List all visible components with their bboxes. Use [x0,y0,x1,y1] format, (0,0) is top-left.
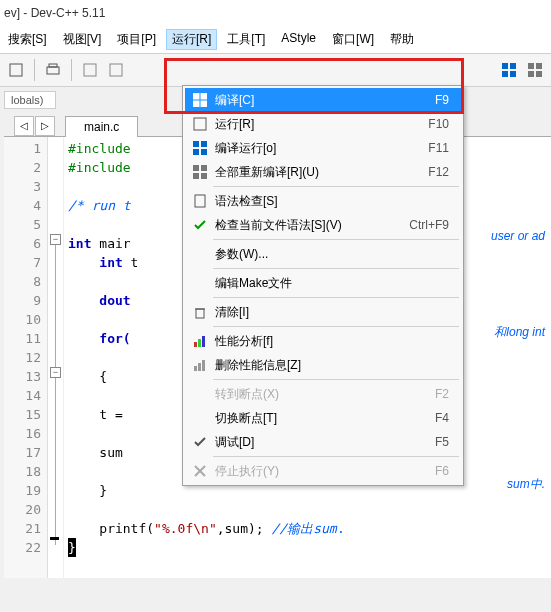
svg-rect-3 [84,64,96,76]
svg-rect-4 [110,64,122,76]
blank-icon [189,408,211,428]
menu-shortcut: F10 [428,117,457,131]
menu-label: 性能分析[f] [211,333,449,350]
svg-rect-29 [194,342,197,347]
svg-rect-27 [196,309,204,318]
toolbar-grid-button[interactable] [523,58,547,82]
menu-item: 转到断点(X)F2 [185,382,461,406]
svg-rect-8 [510,71,516,77]
svg-rect-23 [201,165,207,171]
toolbar-button[interactable] [78,58,102,82]
svg-rect-1 [47,67,59,74]
svg-rect-0 [10,64,22,76]
svg-rect-19 [201,141,207,147]
menu-label: 语法检查[S] [211,193,449,210]
fold-marker[interactable]: − [50,234,61,245]
menu-label: 停止执行(Y) [211,463,435,480]
svg-rect-22 [193,165,199,171]
blank-icon [189,244,211,264]
barx-icon [189,355,211,375]
menu-item[interactable]: 编译[C]F9 [185,88,461,112]
svg-rect-15 [193,101,199,107]
menu-item[interactable]: 调试[D]F5 [185,430,461,454]
bar-icon [189,331,211,351]
menu-item[interactable]: AStyle [275,29,322,50]
menu-label: 参数(W)... [211,246,449,263]
fold-marker[interactable]: − [50,367,61,378]
menubar: 搜索[S]视图[V]项目[P]运行[R]工具[T]AStyle窗口[W]帮助 [0,26,551,53]
print-button[interactable] [41,58,65,82]
menu-shortcut: F12 [428,165,457,179]
x-icon [189,461,211,481]
svg-rect-26 [195,195,205,207]
menu-item[interactable]: 编辑Make文件 [185,271,461,295]
nav-next-button[interactable]: ▷ [35,116,55,136]
window-title: ev] - Dev-C++ 5.11 [0,0,551,26]
menu-item[interactable]: 帮助 [384,29,420,50]
menu-label: 全部重新编译[R](U) [211,164,428,181]
svg-rect-11 [528,71,534,77]
toolbar-button[interactable] [104,58,128,82]
svg-rect-32 [194,366,197,371]
svg-rect-33 [198,363,201,371]
menu-item[interactable]: 运行[R]F10 [185,112,461,136]
menu-item[interactable]: 全部重新编译[R](U)F12 [185,160,461,184]
grid2-icon [189,138,211,158]
menu-label: 清除[I] [211,304,449,321]
menu-item[interactable]: 性能分析[f] [185,329,461,353]
menu-item[interactable]: 检查当前文件语法[S](V)Ctrl+F9 [185,213,461,237]
menu-item[interactable]: 窗口[W] [326,29,380,50]
menu-shortcut: F2 [435,387,457,401]
line-gutter: 12345678910111213141516171819202122 [4,137,48,578]
nav-prev-button[interactable]: ◁ [14,116,34,136]
menu-separator [213,326,459,327]
menu-item[interactable]: 搜索[S] [2,29,53,50]
menu-shortcut: F6 [435,464,457,478]
svg-rect-30 [198,339,201,347]
separator [34,59,35,81]
menu-separator [213,297,459,298]
menu-label: 编译运行[o] [211,140,428,157]
svg-rect-14 [201,93,207,99]
menu-shortcut: F5 [435,435,457,449]
menu-item[interactable]: 语法检查[S] [185,189,461,213]
fold-line [55,245,56,545]
menu-item[interactable]: 参数(W)... [185,242,461,266]
svg-rect-24 [193,173,199,179]
svg-rect-25 [201,173,207,179]
menu-shortcut: F11 [428,141,457,155]
toolbar [0,53,551,87]
blank-icon [189,384,211,404]
grid-icon [189,90,211,110]
svg-rect-21 [201,149,207,155]
menu-item[interactable]: 切换断点[T]F4 [185,406,461,430]
toolbar-button[interactable] [4,58,28,82]
check-icon [189,215,211,235]
svg-rect-31 [202,336,205,347]
menu-separator [213,379,459,380]
tab-main-c[interactable]: main.c [65,116,138,137]
fold-end [50,537,59,540]
svg-rect-12 [536,71,542,77]
menu-item[interactable]: 工具[T] [221,29,271,50]
toolbar-grid-button[interactable] [497,58,521,82]
menu-separator [213,268,459,269]
menu-item[interactable]: 视图[V] [57,29,108,50]
menu-item[interactable]: 运行[R] [166,29,217,50]
svg-rect-10 [536,63,542,69]
menu-separator [213,239,459,240]
menu-shortcut: Ctrl+F9 [409,218,457,232]
menu-item[interactable]: 项目[P] [111,29,162,50]
run-menu-dropdown: 编译[C]F9运行[R]F10编译运行[o]F11全部重新编译[R](U)F12… [182,85,464,486]
separator [71,59,72,81]
trash-icon [189,302,211,322]
menu-item[interactable]: 清除[I] [185,300,461,324]
menu-item[interactable]: 编译运行[o]F11 [185,136,461,160]
globals-dropdown[interactable]: lobals) [4,91,56,109]
menu-label: 编辑Make文件 [211,275,449,292]
menu-item[interactable]: 删除性能信息[Z] [185,353,461,377]
svg-rect-13 [193,93,199,99]
menu-shortcut: F9 [435,93,457,107]
menu-label: 删除性能信息[Z] [211,357,449,374]
menu-label: 运行[R] [211,116,428,133]
